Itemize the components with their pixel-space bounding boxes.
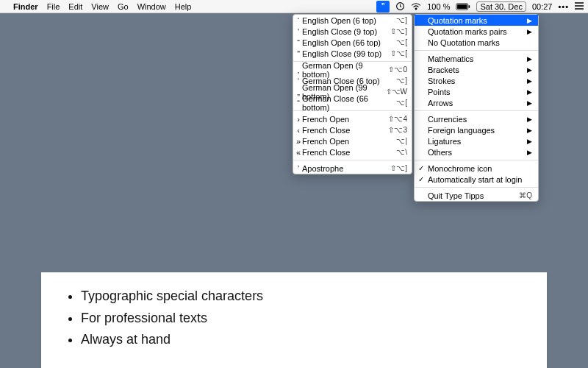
character-glyph: „	[295, 88, 301, 96]
menu-item[interactable]: Brackets▶	[415, 64, 538, 75]
submenu-arrow-icon: ▶	[527, 77, 532, 85]
menu-separator	[415, 160, 538, 160]
notification-center-icon[interactable]	[575, 2, 584, 11]
submenu-shortcut: ⇧⌥3	[388, 126, 407, 134]
menu-item[interactable]: Quit Type Tipps⌘Q	[415, 190, 538, 201]
menu-item-label: Brackets	[428, 66, 459, 74]
submenu-arrow-icon: ▶	[527, 127, 532, 134]
menu-window[interactable]: Window	[137, 2, 166, 11]
submenu-arrow-icon: ▶	[527, 66, 532, 74]
menu-item-label: Mathematics	[428, 54, 473, 63]
typetipps-menubar-icon[interactable]: ”	[376, 1, 390, 13]
menu-go[interactable]: Go	[118, 2, 129, 11]
time-display[interactable]: 00:27	[532, 2, 553, 11]
svg-rect-4	[469, 5, 470, 7]
menu-item-label: Ligatures	[428, 137, 461, 146]
menu-item[interactable]: Mathematics▶	[415, 53, 538, 64]
menu-item[interactable]: ✓Monochrome icon	[415, 163, 538, 174]
wifi-icon[interactable]	[411, 2, 421, 10]
submenu-item-label: French Close	[302, 126, 350, 135]
menu-item-label: Foreign languages	[428, 126, 495, 135]
menu-shortcut: ⌘Q	[519, 191, 532, 199]
submenu-item[interactable]: ‹French Close⇧⌥3	[293, 124, 412, 135]
menu-item-label: Monochrome icon	[428, 164, 492, 173]
character-glyph: ’	[295, 27, 301, 36]
submenu-item-label: English Close (99 top)	[302, 49, 381, 58]
app-name[interactable]: Finder	[13, 2, 38, 11]
quotation-marks-submenu: ‘English Open (6 top)⌥]’English Close (9…	[293, 14, 412, 174]
overflow-icon[interactable]: •••	[558, 2, 569, 11]
submenu-shortcut: ⌥|	[396, 137, 407, 145]
character-glyph: »	[295, 137, 301, 146]
submenu-item-label: French Open	[302, 115, 349, 124]
submenu-arrow-icon: ▶	[527, 17, 532, 24]
submenu-item[interactable]: ’Apostrophe⇧⌥]	[293, 163, 412, 174]
submenu-arrow-icon: ▶	[527, 149, 532, 156]
character-glyph: ›	[295, 115, 301, 124]
submenu-item[interactable]: ’English Close (9 top)⇧⌥]	[293, 26, 412, 37]
menu-item-label: Arrows	[428, 99, 453, 107]
submenu-shortcut: ⌥\	[396, 148, 407, 156]
submenu-item[interactable]: “German Close (66 bottom)⌥[	[293, 97, 412, 108]
menu-item-label: Quit Type Tipps	[428, 191, 484, 200]
menu-item-label: Others	[428, 148, 452, 157]
character-glyph: ‘	[295, 16, 301, 25]
submenu-item-label: German Close (66 bottom)	[302, 94, 396, 112]
submenu-item-label: English Open (6 top)	[302, 16, 376, 25]
menu-item-label: Automatically start at login	[428, 175, 522, 184]
submenu-shortcut: ⇧⌥4	[388, 115, 407, 123]
card-line: Always at hand	[81, 329, 525, 351]
menu-item-label: No Quotation marks	[428, 38, 500, 47]
menu-help[interactable]: Help	[175, 2, 192, 11]
character-glyph: ”	[295, 49, 301, 58]
submenu-item[interactable]: ›French Open⇧⌥4	[293, 113, 412, 124]
submenu-shortcut: ⇧⌥[	[390, 49, 407, 57]
date-display[interactable]: Sat 30. Dec	[476, 1, 526, 12]
menu-item[interactable]: Quotation marks pairs▶	[415, 26, 538, 37]
menu-file[interactable]: File	[47, 2, 60, 11]
clock-icon[interactable]	[395, 1, 405, 11]
menu-item[interactable]: Currencies▶	[415, 113, 538, 124]
submenu-item-label: English Open (66 top)	[302, 38, 381, 47]
menu-item[interactable]: No Quotation marks	[415, 37, 538, 48]
submenu-arrow-icon: ▶	[527, 55, 532, 63]
character-glyph: ‹	[295, 126, 301, 135]
menu-item-label: Strokes	[428, 77, 455, 85]
submenu-item[interactable]: «French Close⌥\	[293, 146, 412, 158]
character-glyph: «	[295, 148, 301, 157]
character-glyph: ‘	[295, 77, 301, 85]
submenu-item[interactable]: »French Open⌥|	[293, 135, 412, 146]
svg-rect-3	[458, 4, 467, 9]
menu-edit[interactable]: Edit	[68, 2, 82, 11]
submenu-arrow-icon: ▶	[527, 138, 532, 145]
submenu-arrow-icon: ▶	[527, 99, 532, 107]
submenu-shortcut: ⇧⌥0	[388, 66, 407, 74]
submenu-item[interactable]: ”English Close (99 top)⇧⌥[	[293, 48, 412, 59]
menu-separator	[293, 160, 412, 160]
submenu-arrow-icon: ▶	[527, 28, 532, 35]
submenu-shortcut: ⌥[	[396, 38, 407, 46]
submenu-item[interactable]: “English Open (66 top)⌥[	[293, 37, 412, 48]
menubar-right: ” 100 % Sat 30. Dec 00:27 •••	[376, 1, 584, 13]
menu-item-label: Quotation marks pairs	[428, 27, 507, 36]
checkmark-icon: ✓	[418, 175, 424, 183]
character-glyph: ’	[295, 164, 301, 173]
menu-item[interactable]: Others▶	[415, 146, 538, 158]
submenu-arrow-icon: ▶	[527, 116, 532, 123]
menu-item[interactable]: Foreign languages▶	[415, 124, 538, 135]
submenu-shortcut: ⇧⌥]	[390, 27, 407, 35]
submenu-item[interactable]: ‚German Open (9 bottom)⇧⌥0	[293, 64, 412, 75]
menu-item[interactable]: Strokes▶	[415, 75, 538, 86]
typetipps-main-menu: Quotation marks▶Quotation marks pairs▶No…	[414, 14, 539, 202]
menu-view[interactable]: View	[91, 2, 109, 11]
submenu-shortcut: ⌥]	[396, 16, 407, 24]
info-card: Typographic special characters For profe…	[41, 272, 547, 368]
menu-item[interactable]: Quotation marks▶	[415, 15, 538, 26]
menu-item[interactable]: Arrows▶	[415, 97, 538, 108]
menu-separator	[415, 187, 538, 188]
menu-item[interactable]: Ligatures▶	[415, 135, 538, 146]
submenu-item[interactable]: ‘English Open (6 top)⌥]	[293, 15, 412, 26]
menu-item[interactable]: Points▶	[415, 86, 538, 97]
menu-item[interactable]: ✓Automatically start at login	[415, 174, 538, 185]
character-glyph: “	[295, 38, 301, 47]
